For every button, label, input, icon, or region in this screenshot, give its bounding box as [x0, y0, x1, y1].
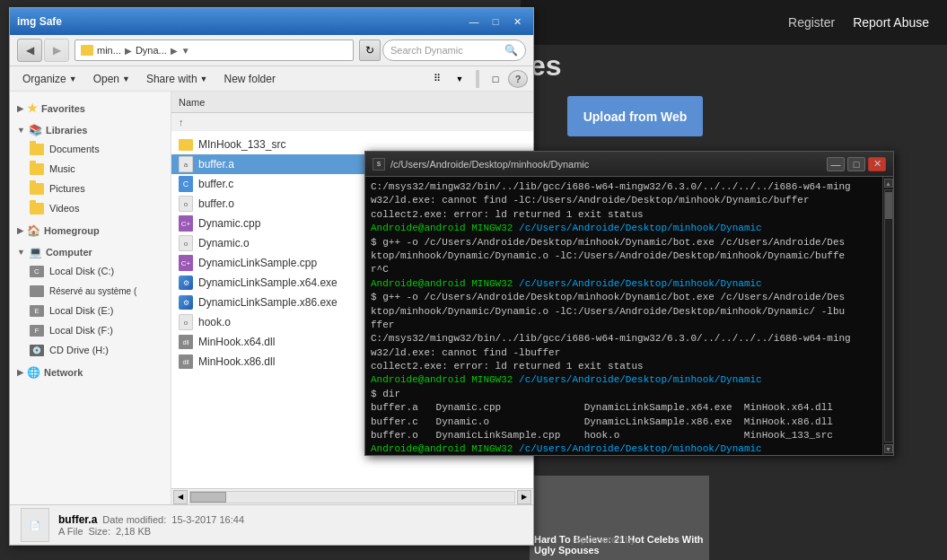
maximize-icon[interactable]: □ — [485, 69, 506, 89]
terminal-scrollbar[interactable]: ▲ ▼ — [882, 177, 893, 455]
share-with-chevron: ▼ — [200, 74, 208, 83]
share-with-label: Share with — [146, 73, 197, 85]
file-name-dynamic-cpp: Dynamic.cpp — [198, 217, 260, 230]
scroll-track[interactable] — [189, 491, 515, 503]
terminal-title: $ /c/Users/Androide/Desktop/minhook/Dyna… — [373, 158, 589, 171]
term-line-1: C:/msys32/mingw32/bin/../lib/gcc/i686-w6… — [371, 180, 877, 194]
sidebar-computer-header[interactable]: ▼ 💻 Computer — [10, 243, 171, 261]
sidebar-item-pictures[interactable]: Pictures — [10, 179, 171, 198]
homegroup-icon: 🏠 — [27, 224, 40, 237]
open-menu[interactable]: Open ▼ — [86, 69, 137, 89]
file-name-buffer-c: buffer.c — [198, 178, 233, 190]
sidebar-network-section: ▶ 🌐 Network — [10, 363, 171, 381]
drive-icon-f: F — [30, 325, 44, 337]
folder-icon-music — [30, 163, 44, 175]
term-line-3: collect2.exe: error: ld returned 1 exit … — [371, 208, 877, 222]
file-explorer-title: img Safe — [17, 15, 62, 28]
sidebar-local-disk-f[interactable]: F Local Disk (F:) — [10, 320, 171, 340]
computer-triangle: ▼ — [17, 248, 25, 257]
up-icon: ↑ — [179, 117, 184, 127]
address-bar[interactable]: min... ▶ Dyna... ▶ ▼ — [75, 39, 354, 61]
sidebar-homegroup-section: ▶ 🏠 Homegroup — [10, 222, 171, 240]
sidebar: ▶ ★ Favorites ▼ 📚 Libraries Documents — [10, 92, 171, 504]
folder-icon-videos — [30, 203, 44, 214]
term-line-11: ffer — [371, 319, 877, 332]
sidebar-item-music[interactable]: Music — [10, 159, 171, 179]
term-scroll-track[interactable] — [884, 189, 893, 442]
website-nav: Register Report Abuse — [521, 0, 947, 45]
back-button[interactable]: ◀ — [17, 39, 42, 62]
scroll-thumb — [190, 492, 226, 503]
terminal-content: C:/msys32/mingw32/bin/../lib/gcc/i686-w6… — [365, 177, 893, 455]
term-scroll-up[interactable]: ▲ — [884, 179, 893, 188]
maximize-button[interactable]: □ — [487, 13, 504, 30]
address-dropdown[interactable]: ▼ — [181, 46, 190, 56]
file-icon-dynamic-o: o — [179, 235, 193, 251]
terminal-body[interactable]: C:/msys32/mingw32/bin/../lib/gcc/i686-w6… — [365, 177, 882, 455]
file-icon-dynlink-x86: ⚙ — [179, 295, 193, 310]
sidebar-favorites-header[interactable]: ▶ ★ Favorites — [10, 99, 171, 118]
library-icon: 📚 — [29, 124, 42, 136]
file-name-buffer-a: buffer.a — [198, 158, 234, 171]
file-name-dynamic-o: Dynamic.o — [198, 237, 250, 249]
network-icon: 🌐 — [27, 366, 40, 379]
favorites-triangle: ▶ — [17, 104, 23, 113]
terminal-close[interactable]: ✕ — [868, 157, 886, 171]
view-icon-1[interactable]: ⠿ — [426, 69, 448, 89]
search-box[interactable]: Search Dynamic 🔍 — [382, 39, 526, 61]
open-chevron: ▼ — [122, 74, 130, 83]
file-name-dynlink-cpp: DynamicLinkSample.cpp — [198, 257, 317, 269]
local-disk-e-label: Local Disk (E:) — [49, 305, 114, 316]
documents-label: Documents — [49, 144, 100, 154]
sidebar-item-videos[interactable]: Videos — [10, 198, 171, 218]
pictures-label: Pictures — [49, 183, 85, 194]
terminal-controls: — □ ✕ — [827, 157, 886, 171]
file-icon-buffer-a: a — [179, 156, 193, 172]
terminal-minimize[interactable]: — — [827, 157, 845, 171]
register-link[interactable]: Register — [788, 15, 835, 30]
scroll-right[interactable]: ▶ — [517, 490, 531, 504]
share-with-menu[interactable]: Share with ▼ — [139, 69, 215, 89]
file-list-header: Name — [171, 92, 533, 113]
close-button[interactable]: ✕ — [508, 13, 526, 30]
up-directory[interactable]: ↑ — [171, 113, 533, 131]
folder-icon-documents — [30, 144, 44, 155]
file-icon-dynlink-x64: ⚙ — [179, 276, 193, 290]
status-bar: 📄 buffer.a Date modified: 15-3-2017 16:4… — [10, 504, 533, 545]
sidebar-item-documents[interactable]: Documents — [10, 139, 171, 159]
sidebar-network-header[interactable]: ▶ 🌐 Network — [10, 363, 171, 381]
file-icon-dynamic-cpp: C+ — [179, 215, 193, 232]
new-folder-button[interactable]: New folder — [217, 69, 283, 89]
name-column-header: Name — [179, 97, 526, 108]
view-dropdown[interactable]: ▼ — [449, 69, 470, 89]
refresh-button[interactable]: ↻ — [359, 39, 381, 61]
term-line-7: r^C — [371, 263, 877, 276]
sidebar-homegroup-header[interactable]: ▶ 🏠 Homegroup — [10, 222, 171, 240]
minimize-button[interactable]: — — [465, 13, 483, 30]
forward-button[interactable]: ▶ — [44, 39, 69, 62]
organize-chevron: ▼ — [69, 74, 77, 83]
network-label: Network — [44, 367, 83, 378]
drive-icon-reserve — [30, 285, 44, 297]
chevron-2: ▶ — [171, 46, 178, 56]
sidebar-cd-drive-h[interactable]: 💿 CD Drive (H:) — [10, 340, 171, 360]
term-line-18: buffer.c Dynamic.o DynamicLinkSample.x86… — [371, 416, 877, 429]
scroll-left[interactable]: ◀ — [173, 490, 188, 504]
term-line-13: w32/ld.exe: cannot find -lbuffer — [371, 346, 877, 360]
search-placeholder: Search Dynamic — [390, 45, 463, 56]
status-type: A File — [58, 526, 83, 537]
sidebar-local-disk-c[interactable]: C Local Disk (C:) — [10, 261, 171, 281]
upload-from-web-button[interactable]: Upload from Web — [567, 96, 703, 136]
horizontal-scrollbar[interactable]: ◀ ▶ — [171, 488, 533, 504]
sidebar-system-reserved[interactable]: Réservé au système ( — [10, 281, 171, 301]
libraries-label: Libraries — [46, 125, 87, 136]
report-abuse-link[interactable]: Report Abuse — [853, 15, 929, 30]
sidebar-local-disk-e[interactable]: E Local Disk (E:) — [10, 301, 171, 320]
organize-menu[interactable]: Organize ▼ — [15, 69, 84, 89]
help-button[interactable]: ? — [508, 70, 528, 88]
term-line-19: buffer.o DynamicLinkSample.cpp hook.o Mi… — [371, 429, 877, 442]
terminal-maximize[interactable]: □ — [847, 157, 865, 171]
sidebar-libraries-header[interactable]: ▼ 📚 Libraries — [10, 121, 171, 139]
term-scroll-down[interactable]: ▼ — [884, 444, 893, 453]
status-date-value: 15-3-2017 16:44 — [171, 514, 244, 525]
